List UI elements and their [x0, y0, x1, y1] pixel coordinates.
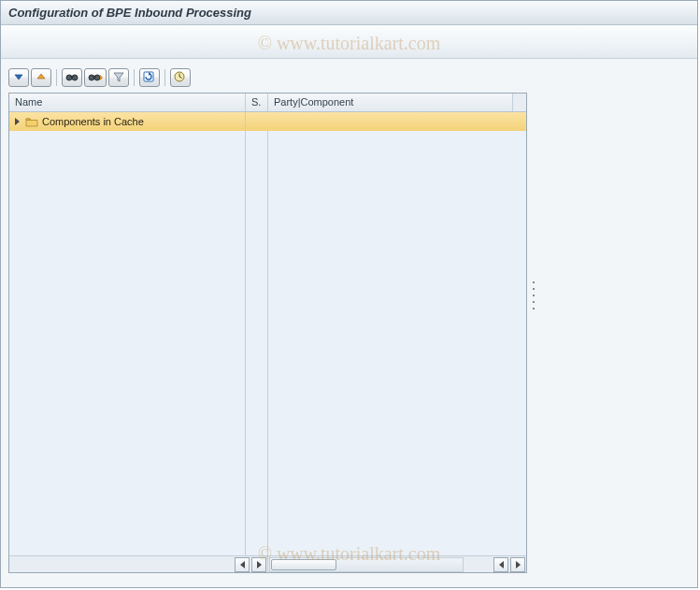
titlebar: Configuration of BPE Inbound Processing: [1, 1, 697, 25]
column-header-spacer: [513, 94, 526, 111]
folder-icon: [25, 116, 38, 127]
svg-marker-1: [37, 74, 45, 79]
scrollbar-track[interactable]: [269, 557, 464, 572]
tree-column: Components in Cache: [9, 112, 246, 555]
selected-row-highlight: [246, 112, 526, 131]
arrow-right-icon: [516, 561, 521, 568]
alv-grid: Name S. Party|Component: [8, 93, 527, 573]
scroll-left-button[interactable]: [235, 557, 250, 572]
toolbar-separator: [134, 69, 135, 86]
arrow-left-icon: [240, 561, 245, 568]
funnel-icon: [113, 71, 124, 84]
page-title: Configuration of BPE Inbound Processing: [8, 6, 251, 20]
svg-marker-8: [100, 75, 103, 80]
collapse-all-button[interactable]: [31, 68, 51, 87]
horizontal-scroll-area: [9, 555, 526, 572]
clock-execute-icon: [174, 71, 187, 84]
party-column: [268, 112, 526, 555]
column-header-status[interactable]: S.: [246, 94, 268, 111]
scroll-left-button[interactable]: [493, 557, 508, 572]
grid-header-row: Name S. Party|Component: [9, 94, 526, 112]
arrow-left-icon: [499, 561, 504, 568]
grid-body: Components in Cache: [9, 112, 526, 555]
svg-marker-0: [15, 75, 22, 79]
content-area: Name S. Party|Component: [1, 59, 697, 587]
expand-icon: [13, 71, 24, 84]
expand-arrow-icon[interactable]: [15, 118, 20, 125]
scroll-right-button[interactable]: [510, 557, 525, 572]
execute-button[interactable]: [170, 68, 191, 87]
hscroll-right-segment: [268, 556, 526, 572]
arrow-right-icon: [257, 561, 262, 568]
toolbar-separator: [164, 69, 165, 86]
sap-window: Configuration of BPE Inbound Processing …: [0, 0, 698, 588]
refresh-icon: [143, 71, 156, 84]
svg-marker-9: [114, 73, 123, 81]
filter-button[interactable]: [108, 68, 129, 87]
toolbar-separator: [56, 69, 57, 86]
column-header-name[interactable]: Name: [9, 94, 246, 111]
expand-all-button[interactable]: [8, 68, 29, 87]
find-button[interactable]: [62, 68, 82, 87]
column-header-party[interactable]: Party|Component: [268, 94, 513, 111]
find-next-button[interactable]: [84, 68, 107, 87]
splitter-handle[interactable]: [531, 281, 536, 309]
hscroll-left-segment: [9, 556, 268, 572]
alv-toolbar: [8, 66, 690, 89]
status-column: [246, 112, 268, 555]
scrollbar-thumb[interactable]: [271, 559, 336, 570]
refresh-button[interactable]: [139, 68, 160, 87]
tree-root-label: Components in Cache: [42, 116, 144, 127]
tree-root-row[interactable]: Components in Cache: [9, 112, 245, 131]
binoculars-icon: [65, 71, 79, 84]
scroll-right-button[interactable]: [251, 557, 266, 572]
collapse-icon: [36, 71, 47, 84]
svg-rect-4: [71, 76, 74, 78]
binoculars-next-icon: [88, 71, 103, 84]
svg-rect-7: [93, 76, 96, 78]
application-toolbar: [1, 25, 697, 59]
